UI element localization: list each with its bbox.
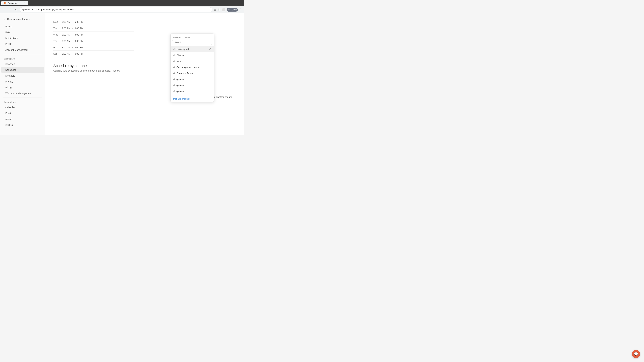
schedule-time-end: 6:00 PM xyxy=(74,21,83,23)
channel-name: Sunsama Tasks xyxy=(176,72,193,75)
schedule-time-start: 9:00 AM xyxy=(62,27,70,30)
schedule-time-start: 9:00 AM xyxy=(62,40,70,42)
schedule-time-separator: - xyxy=(72,27,73,30)
dropdown-item-5[interactable]: # general xyxy=(170,76,214,82)
active-tab[interactable]: S Sunsama ✕ xyxy=(1,1,28,5)
schedule-time-start: 9:00 AM xyxy=(62,21,70,23)
nav-icons: ☆ ⬇ ⬜ Incognito ⋮ xyxy=(214,8,242,11)
tab-favicon: S xyxy=(4,2,6,4)
schedule-day: Tue xyxy=(53,27,62,30)
return-label: Return to workspace xyxy=(7,18,30,21)
manage-channels-link[interactable]: Manage channels xyxy=(170,96,214,102)
channel-name: general xyxy=(176,84,184,87)
sidebar-divider-2 xyxy=(3,97,42,98)
sidebar-top-items: FocusBetaNotificationsProfileAccount Man… xyxy=(0,24,45,53)
sidebar-item-privacy[interactable]: Privacy xyxy=(1,79,44,84)
schedule-time-separator: - xyxy=(72,52,73,55)
section-desc: Controls auto-scheduling times on a per-… xyxy=(53,69,154,72)
dropdown-items: # Unassigned ✓ # Channel # Middle # Our … xyxy=(170,46,214,94)
hash-icon: # xyxy=(173,66,175,69)
schedule-time-start: 9:00 AM xyxy=(62,46,70,49)
back-button[interactable]: ← xyxy=(2,7,7,12)
extensions-icon[interactable]: ⬜ xyxy=(222,8,225,11)
schedule-row: Wed 9:00 AM - 6:00 PM xyxy=(53,31,134,38)
new-tab-button[interactable]: + xyxy=(29,1,33,5)
url-bar[interactable]: app.sunsama.com/group/moodjoy/settings/s… xyxy=(20,7,212,12)
channel-name: Our designers channel xyxy=(176,66,200,68)
hash-icon: # xyxy=(173,48,175,51)
tab-bar: S Sunsama ✕ + xyxy=(0,0,244,6)
hash-icon: # xyxy=(173,54,175,57)
schedule-day: Mon xyxy=(53,21,62,23)
sidebar-item-workspace-management[interactable]: Workspace Management xyxy=(1,90,44,96)
sidebar-workspace-items: ChannelsSchedulesMembersPrivacyBillingWo… xyxy=(0,61,45,96)
channel-dropdown: Assign to channel: # Unassigned ✓ # Chan… xyxy=(170,33,214,102)
schedule-time-end: 6:00 PM xyxy=(74,27,83,30)
schedule-time-start: 9:00 AM xyxy=(62,33,70,36)
app-container: ← Return to workspace FocusBetaNotificat… xyxy=(0,13,244,135)
dropdown-divider xyxy=(170,95,214,95)
sidebar-item-notifications[interactable]: Notifications xyxy=(1,35,44,41)
sidebar-item-billing[interactable]: Billing xyxy=(1,85,44,90)
schedule-day: Sat xyxy=(53,52,62,55)
profile-icon[interactable]: Incognito xyxy=(226,8,238,11)
integrations-section-label: Integrations xyxy=(0,99,45,104)
schedule-time-end: 6:00 PM xyxy=(74,52,83,55)
dropdown-item-1[interactable]: # Channel xyxy=(170,52,214,58)
channel-name: general xyxy=(176,78,184,81)
sidebar-item-focus[interactable]: Focus xyxy=(1,24,44,29)
sidebar-item-channels[interactable]: Channels xyxy=(1,61,44,67)
sidebar-item-profile[interactable]: Profile xyxy=(1,41,44,47)
sidebar-item-schedules[interactable]: Schedules xyxy=(1,67,44,73)
schedule-time-start: 9:00 AM xyxy=(62,52,70,55)
hash-icon: # xyxy=(173,78,175,81)
schedule-time-separator: - xyxy=(72,46,73,49)
schedule-time-end: 6:00 PM xyxy=(74,46,83,49)
channel-name: general xyxy=(176,90,184,93)
sidebar-item-email[interactable]: Email xyxy=(1,110,44,116)
schedule-table: Mon 9:00 AM - 6:00 PM Tue 9:00 AM - 6:00… xyxy=(53,19,134,57)
dropdown-item-3[interactable]: # Our designers channel xyxy=(170,64,214,70)
reload-button[interactable]: ↻ xyxy=(14,7,18,12)
channel-name: Unassigned xyxy=(176,48,189,50)
schedule-row: Fri 9:00 AM - 6:00 PM xyxy=(53,44,134,51)
sidebar-item-asana[interactable]: Asana xyxy=(1,116,44,122)
schedule-day: Wed xyxy=(53,33,62,36)
sidebar-item-clickup[interactable]: ClickUp xyxy=(1,122,44,128)
dropdown-item-0[interactable]: # Unassigned ✓ xyxy=(170,46,214,52)
channel-name: Channel xyxy=(176,54,185,56)
schedule-row: Tue 9:00 AM - 6:00 PM xyxy=(53,25,134,31)
return-to-workspace[interactable]: ← Return to workspace xyxy=(0,16,45,22)
dropdown-item-6[interactable]: # general xyxy=(170,82,214,88)
hash-icon: # xyxy=(173,84,175,87)
sidebar: ← Return to workspace FocusBetaNotificat… xyxy=(0,13,45,135)
dropdown-item-2[interactable]: # Middle xyxy=(170,58,214,64)
tab-close-button[interactable]: ✕ xyxy=(24,2,26,4)
check-icon: ✓ xyxy=(209,48,211,50)
schedule-day: Thu xyxy=(53,40,62,42)
sidebar-item-beta[interactable]: Beta xyxy=(1,29,44,35)
schedule-time-separator: - xyxy=(72,33,73,36)
schedule-row: Sat 9:00 AM - 6:00 PM xyxy=(53,51,134,57)
schedule-day: Fri xyxy=(53,46,62,49)
bookmark-icon[interactable]: ☆ xyxy=(214,8,216,11)
menu-icon[interactable]: ⋮ xyxy=(239,8,242,11)
download-icon[interactable]: ⬇ xyxy=(218,8,220,11)
sidebar-item-calendar[interactable]: Calendar xyxy=(1,105,44,110)
hash-icon: # xyxy=(173,90,175,93)
return-arrow-icon: ← xyxy=(3,18,6,21)
main-content: Mon 9:00 AM - 6:00 PM Tue 9:00 AM - 6:00… xyxy=(45,13,244,135)
tab-title: Sunsama xyxy=(8,2,17,4)
sidebar-item-account-management[interactable]: Account Management xyxy=(1,47,44,53)
sidebar-integration-items: CalendarEmailAsanaClickUp xyxy=(0,105,45,128)
workspace-section-label: Workspace xyxy=(0,56,45,61)
channel-search-input[interactable] xyxy=(172,40,212,45)
dropdown-item-7[interactable]: # general xyxy=(170,88,214,94)
dropdown-item-4[interactable]: # Sunsama Tasks xyxy=(170,70,214,76)
channel-name: Middle xyxy=(176,60,183,62)
nav-bar: ← → ↻ app.sunsama.com/group/moodjoy/sett… xyxy=(0,6,244,13)
sidebar-item-members[interactable]: Members xyxy=(1,73,44,79)
hash-icon: # xyxy=(173,72,175,75)
dropdown-header: Assign to channel: xyxy=(170,34,214,40)
forward-button[interactable]: → xyxy=(8,7,13,12)
